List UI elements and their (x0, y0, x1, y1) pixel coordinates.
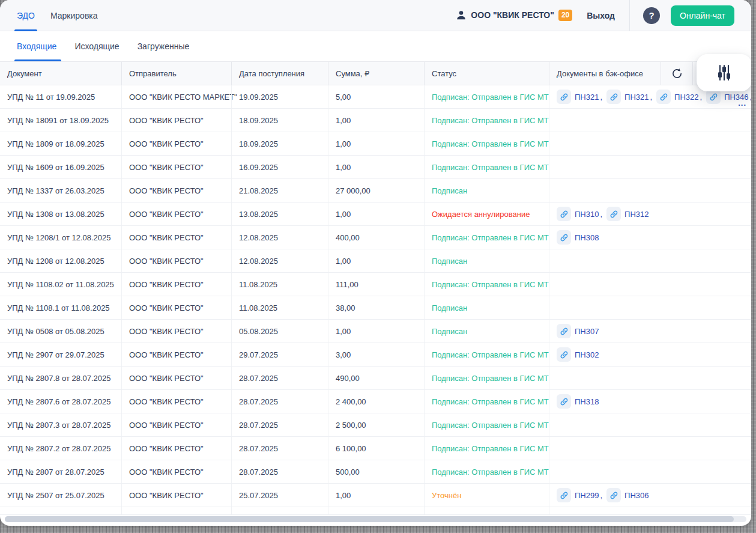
tab-uploaded[interactable]: Загруженные (138, 31, 190, 61)
table-body: УПД № 11 от 19.09.2025 ООО "КВИК РЕСТО М… (0, 85, 751, 507)
cell-sender: ООО "КВИК РЕСТО" (121, 273, 231, 296)
tab-edo[interactable]: ЭДО (17, 0, 35, 31)
cell-backoffice-docs: ПН302 (549, 343, 751, 366)
table-row[interactable]: УПД № 1308 от 13.08.2025 ООО "КВИК РЕСТО… (0, 203, 751, 226)
backoffice-doc-link[interactable]: ПН299, (557, 488, 602, 502)
backoffice-doc-link[interactable]: ПН321, (606, 90, 652, 104)
table-row[interactable]: УПД № 1208 от 12.08.2025 ООО "КВИК РЕСТО… (0, 249, 751, 273)
refresh-button[interactable] (661, 62, 692, 85)
cell-backoffice-docs (549, 413, 751, 436)
cell-date: 13.08.2025 (231, 203, 328, 225)
cell-amount: 1,00 (328, 320, 424, 343)
tab-markirovka[interactable]: Маркировка (50, 0, 98, 31)
cell-amount: 1,00 (328, 484, 424, 507)
table-row[interactable]: УПД № 2907 от 29.07.2025 ООО "КВИК РЕСТО… (0, 343, 751, 367)
cell-status: Подписан: Отправлен в ГИС МТ (424, 437, 549, 460)
cell-sender: ООО "КВИК РЕСТО" (121, 320, 231, 343)
cell-document: УПД № 0508 от 05.08.2025 (0, 320, 121, 343)
screen: ЭДО Маркировка ООО "КВИК РЕСТО" 20 Выход… (0, 0, 756, 533)
user-menu[interactable]: ООО "КВИК РЕСТО" 20 (456, 10, 572, 20)
table-row[interactable]: УПД № 2807.3 от 28.07.2025 ООО "КВИК РЕС… (0, 413, 751, 437)
chain-link-icon (557, 324, 571, 338)
table-row[interactable]: УПД № 2507 от 25.07.2025 ООО "КВИК РЕСТО… (0, 484, 751, 507)
chain-link-icon (656, 90, 671, 104)
horizontal-scrollbar-track[interactable] (5, 516, 746, 522)
cell-amount: 1,00 (328, 203, 424, 225)
chain-link-icon (557, 488, 571, 502)
doc-link-label: ПН306 (624, 491, 649, 500)
table-row[interactable]: УПД № 2807.8 от 28.07.2025 ООО "КВИК РЕС… (0, 367, 751, 390)
cell-amount: 490,00 (328, 367, 424, 389)
backoffice-doc-link[interactable]: ПН302 (557, 347, 599, 362)
cell-sender: ООО "КВИК РЕСТО" (121, 343, 231, 366)
cell-date: 16.09.2025 (231, 156, 328, 178)
notification-badge: 20 (558, 10, 572, 20)
cell-amount: 5,00 (328, 85, 424, 108)
col-status: Статус (424, 62, 549, 85)
cell-backoffice-docs: ПН299, ПН306 (549, 484, 751, 507)
top-right-cluster: ООО "КВИК РЕСТО" 20 Выход ? Онлайн-чат (456, 0, 751, 31)
doc-link-label: ПН322 (674, 93, 698, 102)
table-row[interactable]: УПД № 2807 от 28.07.2025 ООО "КВИК РЕСТО… (0, 460, 751, 484)
backoffice-doc-link[interactable]: ПН310, (557, 207, 602, 221)
filter-settings-button[interactable] (697, 54, 751, 91)
help-button[interactable]: ? (643, 7, 660, 24)
table-row[interactable]: УПД № 11 от 19.09.2025 ООО "КВИК РЕСТО М… (0, 85, 751, 109)
cell-backoffice-docs (549, 437, 751, 460)
cell-document: УПД № 1208 от 12.08.2025 (0, 249, 121, 272)
chain-link-icon (557, 347, 571, 362)
cell-date: 21.08.2025 (231, 179, 328, 202)
cell-date: 12.08.2025 (231, 226, 328, 249)
cell-amount: 1,00 (328, 109, 424, 132)
person-icon (456, 10, 467, 20)
tab-outgoing[interactable]: Исходящие (74, 31, 119, 61)
table-row[interactable]: УПД № 1108.1 от 11.08.2025 ООО "КВИК РЕС… (0, 296, 751, 320)
backoffice-doc-link[interactable]: ПН322, (656, 90, 702, 104)
table-row[interactable]: УПД № 1809 от 18.09.2025 ООО "КВИК РЕСТО… (0, 132, 751, 156)
cell-sender: ООО "КВИК РЕСТО" (121, 226, 231, 249)
cell-document: УПД № 2807 от 28.07.2025 (0, 460, 121, 483)
cell-document: УПД № 2907 от 29.07.2025 (0, 343, 121, 366)
table-row[interactable]: УПД № 1208/1 от 12.08.2025 ООО "КВИК РЕС… (0, 226, 751, 249)
doc-link-comma: , (650, 93, 652, 102)
cell-status: Подписан: Отправлен в ГИС МТ (424, 273, 549, 296)
table-row[interactable]: УПД № 1609 от 16.09.2025 ООО "КВИК РЕСТО… (0, 156, 751, 179)
online-chat-button[interactable]: Онлайн-чат (671, 5, 734, 26)
logout-link[interactable]: Выход (587, 11, 615, 20)
cell-sender: ООО "КВИК РЕСТО" (121, 460, 231, 483)
topbar-divider (629, 0, 630, 31)
more-docs-ellipsis[interactable]: ... (738, 99, 746, 108)
cell-date: 18.09.2025 (231, 132, 328, 155)
cell-date: 29.07.2025 (231, 343, 328, 366)
cell-backoffice-docs (549, 132, 751, 155)
backoffice-doc-link[interactable]: ПН306 (606, 488, 649, 502)
cell-status: Уточнён (424, 484, 549, 507)
cell-status: Подписан: Отправлен в ГИС МТ (424, 343, 549, 366)
cell-status: Подписан (424, 320, 549, 343)
backoffice-doc-link[interactable]: ПН318 (557, 394, 599, 409)
table-row[interactable]: УПД № 1108.02 от 11.08.2025 ООО "КВИК РЕ… (0, 273, 751, 296)
table-row[interactable]: УПД № 1337 от 26.03.2025 ООО "КВИК РЕСТО… (0, 179, 751, 203)
table-row[interactable]: УПД № 0508 от 05.08.2025 ООО "КВИК РЕСТО… (0, 320, 751, 343)
table-row[interactable]: УПД № 2807.6 от 28.07.2025 ООО "КВИК РЕС… (0, 390, 751, 413)
question-icon: ? (649, 10, 654, 20)
doc-link-label: ПН312 (624, 210, 649, 219)
table-row[interactable]: УПД № 18091 от 18.09.2025 ООО "КВИК РЕСТ… (0, 109, 751, 132)
horizontal-scrollbar-thumb[interactable] (5, 516, 734, 522)
cell-status: Подписан: Отправлен в ГИС МТ (424, 109, 549, 132)
doc-link-label: ПН310 (575, 210, 599, 219)
doc-link-comma: , (600, 210, 602, 219)
backoffice-doc-link[interactable]: ПН321, (557, 90, 602, 104)
cell-document: УПД № 1337 от 26.03.2025 (0, 179, 121, 202)
col-amount: Сумма, ₽ (328, 62, 424, 85)
cell-sender: ООО "КВИК РЕСТО МАРКЕТ" (121, 85, 231, 108)
col-backoffice-docs: Документы в бэк-офисе (549, 62, 661, 85)
backoffice-doc-link[interactable]: ПН307 (557, 324, 599, 338)
tab-incoming[interactable]: Входящие (17, 31, 56, 61)
table-row[interactable]: УПД № 2807.2 от 28.07.2025 ООО "КВИК РЕС… (0, 437, 751, 460)
cell-status: Ожидается аннулирование (424, 203, 549, 225)
backoffice-doc-link[interactable]: ПН308 (557, 230, 599, 245)
backoffice-doc-link[interactable]: ПН312 (606, 207, 649, 221)
cell-status: Подписан: Отправлен в ГИС МТ (424, 390, 549, 413)
cell-sender: ООО "КВИК РЕСТО" (121, 249, 231, 272)
